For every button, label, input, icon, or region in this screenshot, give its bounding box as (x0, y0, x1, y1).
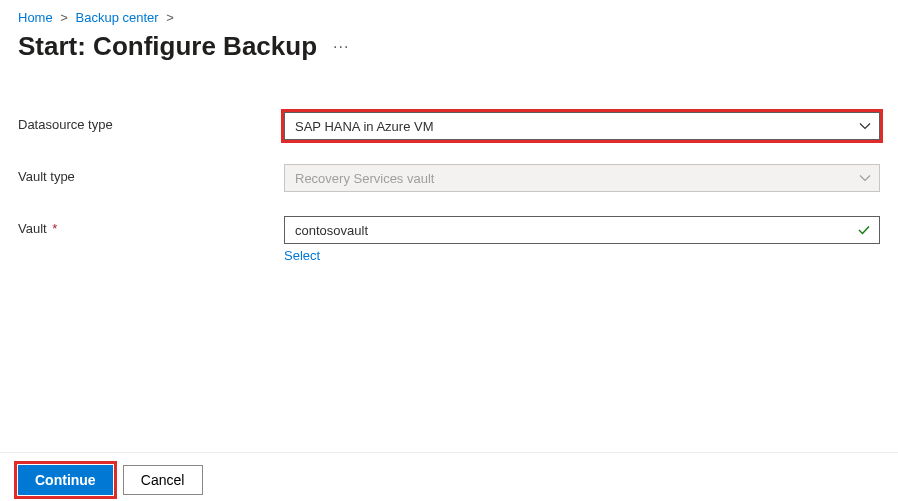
field-datasource-type: SAP HANA in Azure VM (284, 112, 880, 140)
page-title: Start: Configure Backup (18, 31, 317, 62)
input-vault-value: contosovault (295, 223, 368, 238)
input-vault[interactable]: contosovault (284, 216, 880, 244)
label-datasource-type: Datasource type (18, 112, 284, 132)
dropdown-vault-type: Recovery Services vault (284, 164, 880, 192)
more-actions-button[interactable]: ··· (333, 38, 349, 56)
breadcrumb: Home > Backup center > (18, 10, 880, 25)
dropdown-vault-type-value: Recovery Services vault (295, 171, 434, 186)
row-datasource-type: Datasource type SAP HANA in Azure VM (18, 112, 880, 140)
breadcrumb-backup-center[interactable]: Backup center (76, 10, 159, 25)
page-title-row: Start: Configure Backup ··· (18, 31, 880, 62)
breadcrumb-home[interactable]: Home (18, 10, 53, 25)
row-vault: Vault * contosovault Select (18, 216, 880, 263)
row-vault-type: Vault type Recovery Services vault (18, 164, 880, 192)
field-vault: contosovault Select (284, 216, 880, 263)
dropdown-datasource-type-value: SAP HANA in Azure VM (295, 119, 434, 134)
chevron-down-icon (859, 120, 871, 132)
checkmark-icon (857, 223, 871, 237)
select-vault-link[interactable]: Select (284, 248, 320, 263)
continue-button[interactable]: Continue (18, 465, 113, 495)
breadcrumb-sep-2: > (166, 10, 174, 25)
label-vault-text: Vault (18, 221, 47, 236)
label-vault-type: Vault type (18, 164, 284, 184)
cancel-button[interactable]: Cancel (123, 465, 203, 495)
chevron-down-icon (859, 172, 871, 184)
field-vault-type: Recovery Services vault (284, 164, 880, 192)
footer-bar: Continue Cancel (0, 452, 898, 501)
required-star-icon: * (52, 221, 57, 236)
dropdown-datasource-type[interactable]: SAP HANA in Azure VM (284, 112, 880, 140)
label-vault: Vault * (18, 216, 284, 236)
breadcrumb-sep-1: > (60, 10, 68, 25)
